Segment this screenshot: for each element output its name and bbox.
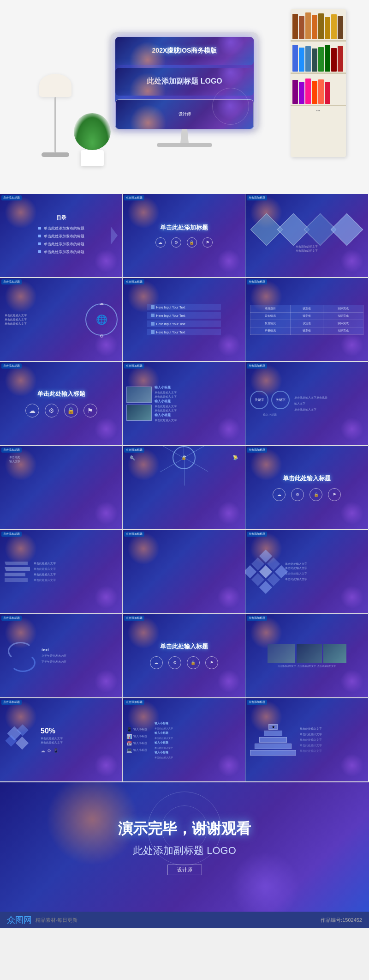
slide-4-para: 单击此处输入文字单击此处输入文字单击此处输入文字	[5, 314, 81, 326]
settings-icon-3: ⚙	[291, 488, 304, 501]
slide-3[interactable]: 点击添加标题 点击添加说明文字点击添加说明文字	[245, 194, 368, 277]
arrow-row-1	[182, 557, 186, 566]
slide-4[interactable]: 点击添加标题 单击此处输入文字单击此处输入文字单击此处输入文字 🌐 ☁ ⚙	[0, 278, 123, 361]
slide-1-num: 点击添加标题	[1, 195, 22, 200]
col-body-2: 单击此处输入文字单击此处输入文字	[155, 405, 241, 413]
toc-text-1: 单击此处添加发布的标题	[44, 226, 84, 231]
pyr-text-4: 单击此处输入文字	[300, 744, 363, 748]
slide-14-num: 点击添加标题	[124, 532, 144, 537]
lock-icon-2: 🔒	[64, 404, 78, 417]
toc-text-2: 单击此处添加发布的标题	[44, 234, 84, 239]
td-2-1: 投资情况	[250, 320, 291, 327]
device-text-col: 输入小标题 单击此处输入文字 输入小标题 单击此处输入文字 输入小标题 单击此处…	[155, 721, 241, 759]
device-label-2: 输入小标题	[133, 734, 147, 738]
desk-scene: 202X朦胧IOS商务模版 此处添加副标题 LOGO 设计师	[0, 0, 369, 194]
toc-item-2: 单击此处添加发布的标题	[38, 234, 84, 239]
slide-1-content: 目录 单击此处添加发布的标题 单击此处添加发布的标题 单击此处添加发布的标题 单…	[0, 194, 122, 277]
keyword-2: 关键字	[276, 398, 286, 402]
slide-18[interactable]: 点击添加标题 点击添加说明文字 点击添加说明文字 点击添加说明文字	[245, 614, 368, 697]
slide-8[interactable]: 点击添加标题 输入小标题 单击此处输入文字单击此处输入文字	[123, 362, 245, 445]
fold-4	[5, 578, 28, 582]
slide-9[interactable]: 点击添加标题 关键字 关键字 输入小标题 单击此处输入文字单击此处	[245, 362, 368, 445]
monitor-base	[157, 143, 212, 147]
flag-icon-3: ⚑	[328, 488, 341, 501]
stat-icon-2: ⚙	[47, 748, 51, 753]
monitor-stand	[178, 129, 191, 143]
slide-5[interactable]: 点击添加标题 Here Input Your Text Here Input Y…	[123, 278, 245, 361]
slide-6[interactable]: 点击添加标题 项目题目 设定值 实际完成 采购情况 设定值 实际完成 投资情况	[245, 278, 368, 361]
keyword-1: 关键字	[255, 398, 264, 402]
screen-main-title: 202X朦胧IOS商务模版	[115, 37, 254, 65]
device-row-1: 📱 输入小标题	[126, 727, 152, 732]
th-3: 实际完成	[323, 305, 363, 312]
slide-15[interactable]: 点击添加标题 单击此处输入文字单击此处输入文字 单击此处输入文字	[245, 530, 368, 613]
slide-19-num: 点击添加标题	[1, 700, 22, 705]
keywords-right: 单击此处输入文字单击此处 输入文字 单击此处输入文字	[294, 396, 363, 412]
slide-16[interactable]: 点击添加标题 text 上半年营业发布内容 下半年营业发布内容	[0, 614, 123, 697]
slide-10[interactable]: 点击添加标题 单击此处 输入文字	[0, 446, 123, 529]
slide-20[interactable]: 点击添加标题 📱 输入小标题 📊 输入小标题 📅 输入小标题	[123, 698, 245, 781]
slide-1[interactable]: 点击添加标题 目录 单击此处添加发布的标题 单击此处添加发布的标题 单击此处添加…	[0, 194, 123, 277]
slide-17[interactable]: 点击添加标题 单击此处输入标题 ☁ ⚙ 🔒 ⚑	[123, 614, 245, 697]
td-3-2: 设定值	[290, 327, 323, 334]
device-label-4: 输入小标题	[133, 748, 147, 752]
col-body-1: 单击此处输入文字单击此处输入文字	[155, 391, 241, 399]
photo-label-1: 点击添加说明文字	[278, 665, 296, 667]
pyr-4	[255, 744, 292, 749]
pyr-text-5: 单击此处输入文字	[300, 749, 363, 753]
slide-12[interactable]: 点击添加标题 单击此处输入标题 ☁ ⚙ 🔒 ⚑	[245, 446, 368, 529]
input-row-3: Here Input Your Text	[147, 321, 221, 327]
photo-labels: 点击添加说明文字 点击添加说明文字 点击添加说明文字	[278, 665, 336, 667]
hub-center: 🔒	[173, 446, 196, 469]
stat-icon-1: ☁	[41, 748, 45, 753]
stats-text: 50% 单击此处输入文字单击此处输入文字 ☁ ⚙ 📱	[41, 727, 118, 753]
curved-text-col: text 上半年营业发布内容 下半年营业发布内容	[42, 647, 117, 664]
circle-pair: 关键字 关键字	[250, 391, 290, 409]
slide-2[interactable]: 点击添加标题 单击此处添加标题 ☁ ⚙ 🔒 ⚑	[123, 194, 245, 277]
monitor: 202X朦胧IOS商务模版 此处添加副标题 LOGO 设计师	[106, 32, 263, 162]
toc-icon-1	[38, 227, 41, 230]
watermark-slogan: 精品素材·每日更新	[36, 917, 77, 924]
cloud-icon: ☁	[155, 237, 166, 248]
slide-19[interactable]: 点击添加标题 50% 单击此处输入文字单击此处输入文字 ☁ ⚙ 📱	[0, 698, 123, 781]
toc-icon-2	[38, 235, 41, 237]
settings-icon: ⚙	[171, 237, 181, 248]
slide-4-content: 单击此处输入文字单击此处输入文字单击此处输入文字 🌐 ☁ ⚙	[0, 278, 122, 361]
col-header-1: 输入小标题	[155, 385, 241, 390]
table-row-1: 采购情况 设定值 实际完成	[250, 312, 363, 320]
photo-label-3: 点击添加说明文字	[317, 665, 336, 667]
desk-plant	[74, 113, 111, 169]
slide-13[interactable]: 点击添加标题 单击此处输入文字 单击此处输入文字 单击此处输入文字 单击此处输入…	[0, 530, 123, 613]
tl-label-2: 输入文字	[9, 460, 20, 464]
input-label-2: Here Input Your Text	[156, 314, 185, 317]
slide-19-content: 50% 单击此处输入文字单击此处输入文字 ☁ ⚙ 📱	[0, 698, 122, 781]
dev-col-t1: 单击此处输入文字	[155, 727, 241, 730]
desk-lamp	[37, 74, 74, 166]
th-2: 设定值	[290, 305, 323, 312]
slide-14[interactable]: 点击添加标题	[123, 530, 245, 613]
slide-11[interactable]: 点击添加标题 🔒 ☁ ⚙ 📡 🔧 💡	[123, 446, 245, 529]
photo-label-2: 点击添加说明文字	[298, 665, 316, 667]
slide-12-icons: ☁ ⚙ 🔒 ⚑	[273, 488, 341, 501]
slide-14-content	[123, 530, 245, 613]
td-1-2: 设定值	[290, 312, 323, 320]
slide-16-num: 点击添加标题	[1, 616, 22, 621]
kw-text-1: 单击此处输入文字单击此处	[294, 396, 363, 400]
bullet-1	[151, 305, 155, 309]
bookshelf-bottom: ▪▪▪	[291, 106, 346, 115]
slide-7[interactable]: 点击添加标题 单击此处输入标题 ☁ ⚙ 🔒 ⚑	[0, 362, 123, 445]
slide-21[interactable]: 点击添加标题 ★ 单击此处输入文字 单击此处输入文字 单击此处输入文字	[245, 698, 368, 781]
curved-sub-1: 上半年营业发布内容	[42, 654, 117, 658]
slide-11-num: 点击添加标题	[124, 448, 144, 453]
end-slide: 演示完毕，谢谢观看 此处添加副标题 LOGO 设计师	[0, 782, 369, 912]
slide-15-num: 点击添加标题	[247, 532, 267, 537]
th-1: 项目题目	[250, 305, 291, 312]
watermark-left-group: 众图网 精品素材·每日更新	[7, 914, 77, 926]
settings-icon-2: ⚙	[45, 404, 59, 417]
lock-icon-3: 🔒	[309, 488, 322, 501]
toc-text-3: 单击此处添加发布的标题	[44, 242, 84, 247]
photo-2	[126, 405, 152, 421]
slide-17-title: 单击此处输入标题	[160, 642, 208, 651]
text-group-1: 输入小标题 单击此处输入文字单击此处输入文字	[155, 385, 241, 399]
kw-text-2: 输入文字	[294, 402, 363, 406]
